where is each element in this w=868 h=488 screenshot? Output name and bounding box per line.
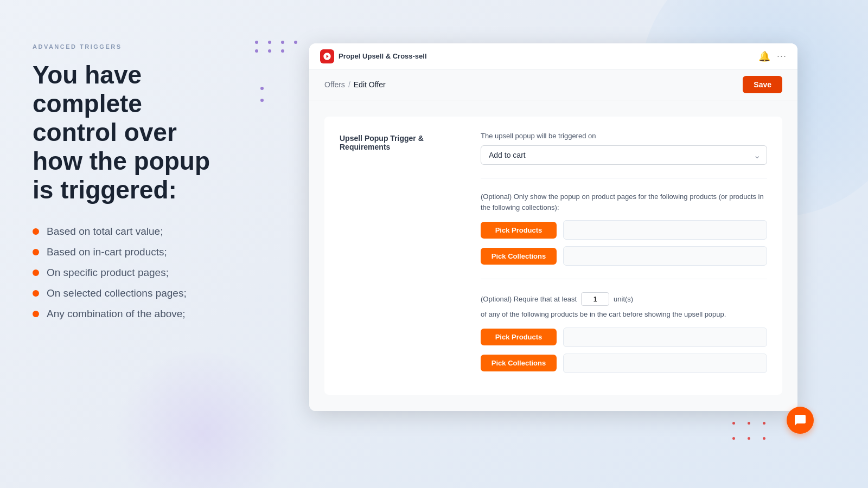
- trigger-description: The upsell popup will be triggered on: [481, 132, 767, 140]
- bullet-dot: [33, 290, 39, 297]
- pick-products-row-2: Pick Products: [481, 328, 767, 347]
- bullet-text: Based on total cart value;: [47, 226, 163, 237]
- pick-collections-input-1[interactable]: [563, 246, 767, 266]
- app-logo-area: Propel Upsell & Cross-sell: [320, 49, 427, 63]
- breadcrumb-link[interactable]: Offers: [324, 80, 345, 89]
- app-window: Propel Upsell & Cross-sell 🔔 ··· Offers …: [309, 43, 797, 411]
- bell-icon[interactable]: 🔔: [758, 50, 770, 62]
- bullet-text: Based on in-cart products;: [47, 246, 167, 258]
- left-panel: ADVANCED TRIGGERS You have complete cont…: [0, 0, 260, 488]
- bullet-text: Any combination of the above;: [47, 308, 186, 320]
- bullet-dot: [33, 311, 39, 317]
- trigger-select[interactable]: Add to cart Page load Exit intent: [481, 145, 767, 165]
- units-label: unit(s): [614, 295, 633, 303]
- app-logo-name: Propel Upsell & Cross-sell: [339, 52, 427, 60]
- bullet-dot: [33, 269, 39, 276]
- right-panel: Propel Upsell & Cross-sell 🔔 ··· Offers …: [260, 0, 868, 488]
- bullet-list: Based on total cart value; Based on in-c…: [33, 226, 228, 320]
- section-content: The upsell popup will be triggered on Ad…: [481, 132, 767, 380]
- chat-bubble[interactable]: [787, 407, 814, 434]
- list-item: Based on total cart value;: [33, 226, 228, 237]
- section-label: Upsell Popup Trigger & Requirements: [340, 132, 459, 380]
- breadcrumb-bar: Offers / Edit Offer Save: [309, 69, 797, 100]
- require-suffix: of any of the following products be in t…: [481, 309, 767, 320]
- require-prefix: (Optional) Require that at least: [481, 295, 577, 303]
- bullet-text: On selected collections pages;: [47, 287, 187, 299]
- logo-svg: [323, 52, 331, 61]
- headline: You have complete control over how the p…: [33, 61, 228, 204]
- bullet-dot: [33, 228, 39, 235]
- chat-icon: [794, 414, 807, 427]
- category-label: ADVANCED TRIGGERS: [33, 43, 228, 50]
- bullet-text: On specific product pages;: [47, 267, 169, 279]
- save-button[interactable]: Save: [743, 76, 782, 93]
- more-options-icon[interactable]: ···: [777, 50, 787, 62]
- require-row: (Optional) Require that at least unit(s): [481, 292, 767, 306]
- pick-products-button-1[interactable]: Pick Products: [481, 222, 557, 239]
- list-item: Any combination of the above;: [33, 308, 228, 320]
- app-logo-icon: [320, 49, 334, 63]
- optional-desc-1: (Optional) Only show the popup on produc…: [481, 191, 767, 213]
- app-main: Upsell Popup Trigger & Requirements The …: [309, 100, 797, 411]
- pick-collections-row-1: Pick Collections: [481, 246, 767, 266]
- pick-products-row-1: Pick Products: [481, 220, 767, 240]
- pick-collections-row-2: Pick Collections: [481, 354, 767, 373]
- pick-products-input-2[interactable]: [563, 328, 767, 347]
- pick-products-input-1[interactable]: [563, 220, 767, 240]
- section-layout: Upsell Popup Trigger & Requirements The …: [340, 132, 767, 380]
- list-item: On selected collections pages;: [33, 287, 228, 299]
- divider-1: [481, 178, 767, 178]
- pick-collections-input-2[interactable]: [563, 354, 767, 373]
- app-topbar-actions: 🔔 ···: [758, 50, 787, 62]
- units-input[interactable]: [581, 292, 609, 306]
- pick-collections-button-1[interactable]: Pick Collections: [481, 248, 557, 265]
- breadcrumb-separator: /: [348, 80, 350, 89]
- list-item: On specific product pages;: [33, 267, 228, 279]
- pick-collections-button-2[interactable]: Pick Collections: [481, 355, 557, 371]
- pick-products-button-2[interactable]: Pick Products: [481, 329, 557, 345]
- bullet-dot: [33, 249, 39, 255]
- trigger-select-wrapper: Add to cart Page load Exit intent ⌄: [481, 145, 767, 165]
- divider-2: [481, 279, 767, 279]
- breadcrumb-current: Edit Offer: [354, 80, 386, 89]
- breadcrumb: Offers / Edit Offer: [324, 80, 386, 89]
- section-card: Upsell Popup Trigger & Requirements The …: [324, 117, 782, 395]
- app-topbar: Propel Upsell & Cross-sell 🔔 ···: [309, 43, 797, 69]
- list-item: Based on in-cart products;: [33, 246, 228, 258]
